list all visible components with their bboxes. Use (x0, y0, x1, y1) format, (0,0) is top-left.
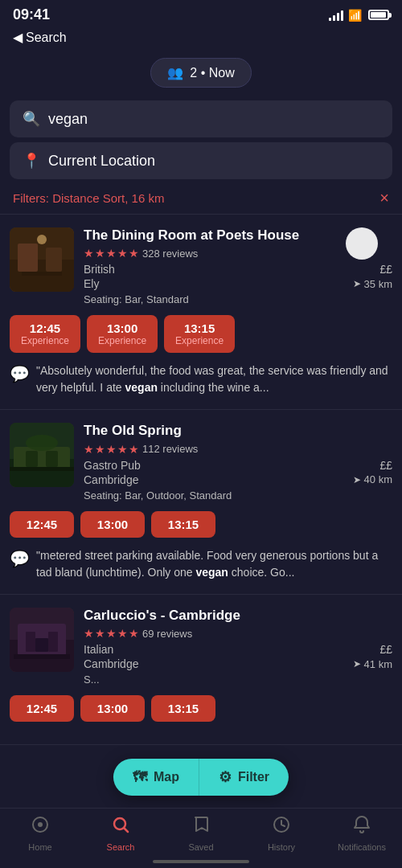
saved-icon (191, 815, 211, 839)
history-icon (272, 815, 291, 839)
slot-time: 13:15 (175, 321, 224, 335)
map-icon: 🗺 (133, 769, 147, 786)
svg-point-21 (38, 822, 43, 827)
image-placeholder (10, 608, 74, 672)
distance: ➤ 40 km (353, 473, 392, 485)
price-tag: ££ (379, 643, 392, 656)
distance: ➤ 35 km (353, 278, 392, 290)
time-slot-1[interactable]: 12:45 Experience (10, 315, 80, 353)
party-count: 2 • Now (190, 66, 234, 80)
filters-close-button[interactable]: × (379, 189, 389, 207)
wifi-icon: 📶 (348, 9, 362, 22)
slot-type: Experience (175, 335, 224, 346)
stars: ★ ★ ★ ★ ★ (84, 627, 139, 640)
svg-rect-3 (46, 248, 62, 272)
slot-type: Experience (98, 335, 146, 346)
svg-rect-11 (10, 467, 74, 471)
star-4: ★ (117, 627, 128, 640)
restaurant-card[interactable]: The Old Spring ★ ★ ★ ★ ★ 112 reviews Gas… (0, 410, 402, 594)
time-slot-2[interactable]: 13:00 Experience (87, 315, 158, 353)
slot-time: 12:45 (21, 702, 63, 715)
star-1: ★ (84, 443, 94, 456)
status-time: 09:41 (13, 6, 50, 23)
svg-rect-2 (18, 244, 38, 272)
search-bar[interactable]: 🔍 vegan (10, 100, 392, 137)
time-slot-2[interactable]: 13:00 (80, 695, 145, 722)
map-button[interactable]: 🗺 Map (113, 759, 199, 796)
nav-search[interactable]: Search (80, 815, 161, 852)
seating-info: S... (84, 674, 392, 686)
star-4: ★ (117, 247, 128, 260)
signal-icon (329, 10, 343, 21)
saved-label: Saved (188, 842, 213, 852)
quote-icon: 💬 (10, 549, 30, 568)
notifications-icon (352, 815, 371, 839)
search-nav-label: Search (107, 842, 135, 852)
star-3: ★ (106, 247, 117, 260)
stars-row: ★ ★ ★ ★ ★ 69 reviews (84, 627, 392, 640)
stars-row: ★ ★ ★ ★ ★ 112 reviews (84, 443, 392, 456)
time-slot-3[interactable]: 13:15 (151, 511, 215, 538)
price-tag: ££ (379, 459, 392, 472)
seating-info: Seating: Bar, Outdoor, Standard (84, 489, 392, 502)
home-indicator (153, 860, 249, 863)
nav-notifications[interactable]: Notifications (322, 815, 402, 852)
image-placeholder (10, 227, 74, 292)
review-count: 112 reviews (142, 443, 198, 455)
time-slots: 12:45 13:00 13:15 (10, 511, 392, 538)
image-placeholder (10, 423, 74, 487)
history-label: History (268, 842, 295, 852)
map-filter-button[interactable]: 🗺 Map ⚙ Filter (113, 759, 289, 796)
review-quote: 💬 "Absolutely wonderful, the food was gr… (10, 362, 392, 396)
time-slot-1[interactable]: 12:45 (10, 695, 74, 722)
svg-rect-19 (14, 654, 70, 659)
star-4: ★ (117, 443, 128, 456)
review-quote: 💬 "metered street parking available. Foo… (10, 547, 392, 581)
navigation-icon: ➤ (353, 278, 361, 289)
nav-history[interactable]: History (241, 815, 322, 852)
nav-home[interactable]: Home (0, 815, 80, 852)
time-slot-3[interactable]: 13:15 (151, 695, 215, 722)
filters-bar: Filters: Distance Sort, 16 km × (0, 182, 402, 215)
cuisine-row: Gastro Pub ££ (84, 459, 392, 472)
location-pin-icon: 📍 (23, 152, 40, 170)
nav-saved[interactable]: Saved (161, 815, 241, 852)
stars: ★ ★ ★ ★ ★ (84, 247, 139, 260)
seating-info: Seating: Bar, Standard (84, 293, 392, 305)
back-nav[interactable]: ◀ Search (0, 27, 402, 51)
status-icons: 📶 (329, 9, 389, 22)
party-selector[interactable]: 👥 2 • Now (150, 58, 251, 88)
location-distance-row: Cambridge ➤ 40 km (84, 473, 392, 486)
filter-button[interactable]: ⚙ Filter (199, 759, 289, 796)
price-tag: ££ (379, 263, 392, 276)
time-slot-2[interactable]: 13:00 (80, 511, 145, 538)
time-slot-3[interactable]: 13:15 Experience (164, 315, 235, 353)
restaurant-location: Cambridge (84, 473, 138, 486)
map-label: Map (154, 770, 179, 784)
location-input[interactable]: Current Location (48, 153, 379, 170)
slot-time: 12:45 (21, 321, 69, 335)
slot-time: 12:45 (21, 518, 63, 531)
navigation-icon: ➤ (353, 474, 361, 485)
time-slot-1[interactable]: 12:45 (10, 511, 74, 538)
star-2: ★ (95, 627, 105, 640)
cuisine-row: Italian ££ (84, 643, 392, 656)
location-bar[interactable]: 📍 Current Location (10, 142, 392, 179)
slot-time: 13:00 (92, 702, 133, 715)
svg-rect-9 (26, 451, 38, 467)
star-half: ★ (129, 443, 139, 456)
restaurant-card[interactable]: Carluccio's - Cambridge ★ ★ ★ ★ ★ 69 rev… (0, 595, 402, 745)
star-2: ★ (95, 443, 105, 456)
cuisine-row: British ££ (84, 263, 392, 276)
cuisine-type: Italian (84, 643, 113, 656)
star-1: ★ (84, 627, 94, 640)
slot-time: 13:15 (162, 518, 204, 531)
restaurant-card[interactable]: The Dining Room at Poets House ★ ★ ★ ★ ★… (0, 215, 402, 410)
search-nav-icon (111, 815, 130, 839)
slot-time: 13:00 (98, 321, 146, 335)
search-input[interactable]: vegan (48, 111, 379, 128)
party-icon: 👥 (167, 65, 183, 80)
navigation-icon: ➤ (353, 658, 361, 669)
star-half: ★ (129, 627, 139, 640)
restaurant-image (10, 227, 74, 292)
